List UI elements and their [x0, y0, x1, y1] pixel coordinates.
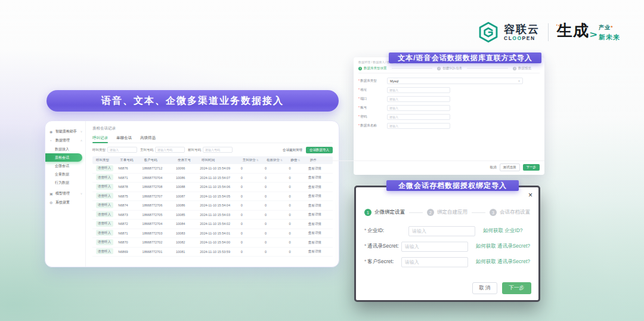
filter-input[interactable] [107, 147, 137, 153]
column-header[interactable]: 有效评分⇅ [263, 158, 287, 162]
sidebar-item-model-management[interactable]: ▣ 模型管理 ˅ [45, 189, 85, 198]
db-field-label: *端口 [358, 97, 387, 101]
order-cell: N6878 [116, 185, 140, 189]
db-field-label: *密码 [358, 115, 387, 119]
table-row[interactable]: 语音呼入 N6871 18668772703 10083 2024-11-10 … [92, 229, 333, 239]
db-field-input[interactable] [387, 96, 450, 102]
column-header[interactable]: 主叫评分⇅ [239, 158, 263, 162]
filter-group: 被叫号码 [188, 147, 233, 153]
wecom-field-label: *企业ID: [364, 227, 408, 234]
sidebar-subitem-data-access[interactable]: 数据接入 [45, 145, 85, 153]
how-to-get-link[interactable]: 如何获取 通讯录Secret? [476, 258, 530, 266]
column-header[interactable]: 客户号码 [141, 158, 174, 162]
view-detail-link[interactable]: 查看详情 [306, 175, 333, 180]
column-header[interactable]: 坐席工号 [174, 158, 198, 162]
sidebar-item-data-management[interactable]: ◔ 数据管理 ˄ [45, 136, 85, 145]
filter-input[interactable] [203, 147, 233, 153]
db-steps: 1 数据库类型设置 2 创建SQL任务 3 数据预览 [358, 66, 540, 70]
import-data-button[interactable]: 会话数据导入 [306, 147, 333, 153]
session-rule-link[interactable]: 会话规则管理 [283, 148, 302, 152]
view-detail-link[interactable]: 查看详情 [306, 222, 333, 226]
sidebar-subitem-behavior-data[interactable]: 行为数据 [45, 178, 85, 187]
wecom-field-input[interactable] [401, 242, 468, 252]
sidebar-item-label: 模型管理 [55, 191, 70, 196]
db-field-input[interactable] [387, 105, 450, 111]
tab-call-records[interactable]: 呼叫记录 [92, 135, 108, 141]
wecom-field-input[interactable] [408, 226, 475, 236]
db-next-button[interactable]: 下一步 [523, 164, 540, 171]
how-to-get-link[interactable]: 如何获取 通讯录Secret? [476, 243, 530, 250]
step-label: 会话存档设置 [500, 209, 530, 216]
column-header[interactable]: 静音⇅ [287, 158, 306, 162]
db-field-input[interactable] [387, 87, 450, 93]
close-icon[interactable]: × [528, 192, 532, 199]
view-detail-link[interactable]: 查看详情 [306, 249, 333, 254]
filter-input[interactable] [155, 147, 185, 153]
tab-single-chat[interactable]: 单聊会话 [116, 135, 132, 141]
phone-cell: 18668770704 [141, 176, 174, 180]
sidebar-item-assistant[interactable]: ◉ 智能质检助手 ˅ [45, 127, 85, 136]
db-type-select[interactable]: Mysql ˅ [387, 78, 523, 84]
step-label: 绑定自建应用 [437, 209, 467, 216]
wecom-step-1: 1 企微绑定设置 [364, 209, 405, 216]
table-row[interactable]: 语音呼入 N6871 18668770704 10086 2024-11-10 … [92, 174, 333, 183]
db-field-input[interactable] [387, 114, 450, 120]
table-row[interactable]: 语音呼入 N6872 18668772704 10084 2024-11-10 … [92, 220, 333, 229]
view-detail-link[interactable]: 查看详情 [306, 185, 333, 189]
sidebar-subitem-wecom-session[interactable]: 企微会话 [45, 162, 85, 170]
view-detail-link[interactable]: 查看详情 [306, 240, 333, 245]
table-row[interactable]: 语音呼入 N6870 18668772702 10082 2024-11-10 … [92, 238, 333, 248]
how-to-get-link[interactable]: 如何获取 企业ID? [483, 227, 523, 234]
gen-arrow-icon: > [590, 27, 598, 42]
score1-cell: 0 [239, 232, 263, 235]
sort-caret-icon[interactable]: ⇅ [256, 159, 259, 162]
table-row[interactable]: 语音呼入 N6869 18668772701 10081 2024-11-10 … [92, 248, 333, 257]
view-detail-link[interactable]: 查看详情 [306, 166, 333, 171]
phone-cell: 18668772702 [141, 240, 174, 244]
order-cell: N6871 [116, 176, 140, 180]
view-detail-link[interactable]: 查看详情 [306, 231, 333, 235]
db-type-row: *数据库类型 Mysql ˅ [358, 76, 540, 85]
table-row[interactable]: 语音呼入 N6878 18668772708 10088 2024-11-10 … [92, 183, 333, 192]
score1-cell: 0 [239, 166, 263, 170]
view-detail-link[interactable]: 查看详情 [306, 203, 333, 208]
sidebar-subitem-full-data[interactable]: 全量数据 [45, 170, 85, 178]
required-mark: * [358, 79, 360, 82]
db-field-input[interactable] [387, 123, 450, 129]
wecom-field-row: *通讯录Secret: 如何获取 通讯录Secret? [364, 239, 530, 254]
required-mark: * [358, 124, 360, 127]
call-type-badge: 语音呼入 [96, 230, 113, 236]
wecom-field-input[interactable] [401, 257, 468, 267]
table-row[interactable]: 语音呼入 N6874 18668772706 10086 2024-11-10 … [92, 201, 333, 211]
sort-caret-icon[interactable] [133, 159, 134, 162]
column-header[interactable]: 呼叫时间 [198, 158, 239, 162]
view-detail-link[interactable]: 查看详情 [306, 212, 333, 217]
view-detail-link[interactable]: 查看详情 [306, 194, 333, 198]
column-header[interactable]: 呼叫类型 [92, 158, 116, 162]
mute-cell: 0 [287, 195, 306, 198]
table-row[interactable]: 语音呼入 N6873 18668772705 10085 2024-11-10 … [92, 211, 333, 220]
sort-caret-icon[interactable] [215, 159, 215, 162]
sort-caret-icon[interactable] [157, 159, 158, 162]
tab-advanced-filter[interactable]: 高级筛选 [140, 135, 156, 141]
sidebar-item-system-settings[interactable]: ⚙ 系统设置 [45, 198, 85, 207]
mute-cell: 0 [287, 240, 306, 244]
sort-caret-icon[interactable] [109, 159, 110, 162]
table-row[interactable]: 语音呼入 N6876 18668772712 10066 2024-11-10 … [92, 164, 333, 174]
call-type-cell: 语音呼入 [92, 202, 116, 209]
mute-cell: 0 [287, 176, 306, 180]
db-cancel-button[interactable]: 取消 [490, 165, 497, 169]
table-row[interactable]: 语音呼入 N6875 18668772707 10087 2024-11-10 … [92, 192, 333, 202]
call-type-cell: 语音呼入 [92, 174, 116, 181]
wecom-cancel-button[interactable]: 取 消 [472, 282, 497, 294]
sort-caret-icon[interactable]: ⇅ [280, 159, 283, 162]
sort-caret-icon[interactable] [191, 159, 191, 162]
time-cell: 2024-11-10 15:54:03 [198, 213, 239, 217]
column-header[interactable]: 工单号码 [116, 158, 140, 162]
wecom-next-button[interactable]: 下一步 [502, 282, 532, 294]
db-test-connection-button[interactable]: 测试连接 [500, 163, 520, 171]
order-cell: N6871 [116, 232, 140, 235]
call-type-badge: 语音呼入 [96, 193, 113, 199]
sort-caret-icon[interactable]: ⇅ [297, 159, 300, 162]
sidebar-subitem-qc-session-active[interactable]: 质检会话 [45, 153, 82, 162]
